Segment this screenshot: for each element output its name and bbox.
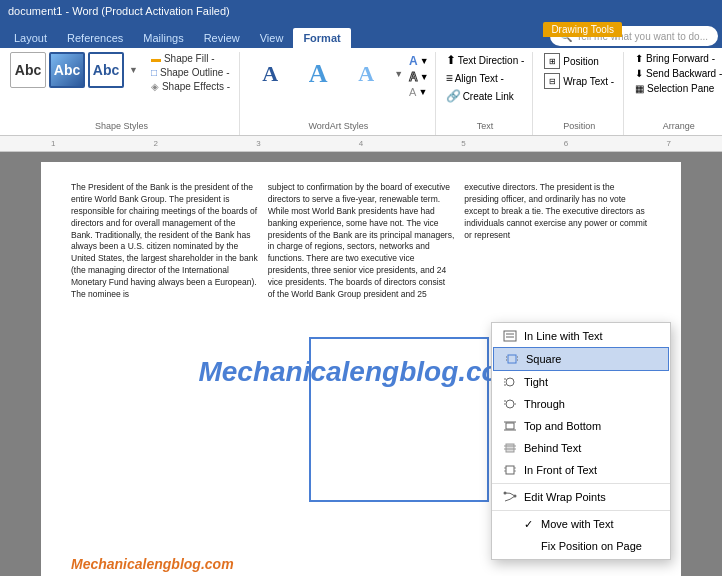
svg-rect-19 (506, 444, 514, 452)
svg-rect-0 (504, 331, 516, 341)
wrap-text-context-menu: In Line with Text Square Tight Through (491, 322, 671, 560)
wordart-btn-1[interactable]: A (248, 52, 292, 96)
wordart-more[interactable]: ▼ (392, 67, 405, 81)
tab-view[interactable]: View (250, 28, 294, 48)
tab-references[interactable]: References (57, 28, 133, 48)
ctx-top-bottom[interactable]: Top and Bottom (492, 415, 670, 437)
bring-forward-btn[interactable]: ⬆ Bring Forward - (632, 52, 722, 65)
tab-mailings[interactable]: Mailings (133, 28, 193, 48)
through-wrap-icon (502, 397, 518, 411)
ctx-edit-wrap[interactable]: Edit Wrap Points (492, 486, 670, 508)
svg-rect-16 (506, 423, 514, 429)
title-bar: document1 - Word (Product Activation Fai… (0, 0, 722, 22)
shape-style-btn-1[interactable]: Abc (10, 52, 46, 88)
group-shape-styles: Abc Abc Abc ▼ ▬ Shape Fill - □ Shape Out… (4, 52, 240, 135)
tab-review[interactable]: Review (194, 28, 250, 48)
svg-rect-3 (508, 355, 516, 363)
shape-fill-btn[interactable]: ▬ Shape Fill - (148, 52, 233, 65)
shape-outline-btn[interactable]: □ Shape Outline - (148, 66, 233, 79)
group-arrange: ⬆ Bring Forward - ⬇ Send Backward - ▦ Se… (626, 52, 722, 135)
svg-point-12 (506, 400, 514, 408)
group-text: ⬆ Text Direction - ≡ Align Text - 🔗 Crea… (438, 52, 534, 135)
tab-layout[interactable]: Layout (4, 28, 57, 48)
align-text-icon: ≡ (446, 71, 453, 85)
selection-pane-btn[interactable]: ▦ Selection Pane (632, 82, 722, 95)
group-wordart: A A A ▼ A ▼ A ▼ A ▼ WordArt Styl (242, 52, 436, 135)
selection-pane-icon: ▦ (635, 83, 644, 94)
wordart-btn-2[interactable]: A (296, 52, 340, 96)
text-outline-btn[interactable]: A ▼ (409, 70, 429, 84)
ctx-through[interactable]: Through (492, 393, 670, 415)
group-position: ⊞ Position ⊟ Wrap Text - Position (535, 52, 624, 135)
group-text-label: Text (444, 119, 527, 131)
drawing-tools-label: Drawing Tools (543, 22, 622, 37)
text-direction-icon: ⬆ (446, 53, 456, 67)
ctx-separator-2 (492, 510, 670, 511)
wordart-btn-3[interactable]: A (344, 52, 388, 96)
ctx-tight[interactable]: Tight (492, 371, 670, 393)
ctx-separator-1 (492, 483, 670, 484)
shape-style-btn-3[interactable]: Abc (88, 52, 124, 88)
send-backward-btn[interactable]: ⬇ Send Backward - (632, 67, 722, 80)
text-fill-btn[interactable]: A ▼ (409, 54, 429, 68)
text-effects-btn[interactable]: A ▼ (409, 86, 429, 98)
fix-position-icon (502, 539, 518, 553)
behind-text-icon (502, 441, 518, 455)
ctx-inline-text[interactable]: In Line with Text (492, 325, 670, 347)
send-backward-icon: ⬇ (635, 68, 643, 79)
text-direction-btn[interactable]: ⬆ Text Direction - (444, 52, 527, 68)
tab-format[interactable]: Format (293, 28, 350, 48)
wrap-text-btn[interactable]: ⊟ Wrap Text - (541, 72, 617, 90)
align-text-btn[interactable]: ≡ Align Text - (444, 70, 527, 86)
bring-forward-icon: ⬆ (635, 53, 643, 64)
wrap-text-icon: ⊟ (544, 73, 560, 89)
shape-effects-btn[interactable]: ◈ Shape Effects - (148, 80, 233, 93)
svg-point-25 (504, 492, 507, 495)
page: Mechanicalengblog.com Mechanicalengblog.… (41, 162, 681, 576)
group-arrange-label: Arrange (632, 119, 722, 131)
ctx-move-with-text[interactable]: ✓ Move with Text (492, 513, 670, 535)
position-btn[interactable]: ⊞ Position (541, 52, 617, 70)
svg-rect-24 (506, 466, 514, 474)
title-bar-text: document1 - Word (Product Activation Fai… (8, 5, 230, 17)
column-1: The President of the Bank is the preside… (71, 182, 258, 562)
tight-wrap-icon (502, 375, 518, 389)
ribbon: Abc Abc Abc ▼ ▬ Shape Fill - □ Shape Out… (0, 48, 722, 136)
topbottom-wrap-icon (502, 419, 518, 433)
group-position-label: Position (541, 119, 617, 131)
group-wordart-label: WordArt Styles (248, 119, 429, 131)
infront-text-icon (502, 463, 518, 477)
svg-point-8 (506, 378, 514, 386)
ctx-in-front[interactable]: In Front of Text (492, 459, 670, 481)
move-with-text-icon (502, 517, 518, 531)
square-wrap-icon (504, 352, 520, 366)
ctx-square[interactable]: Square (493, 347, 669, 371)
ctx-behind-text[interactable]: Behind Text (492, 437, 670, 459)
ruler: 1234567 (0, 136, 722, 152)
create-link-btn[interactable]: 🔗 Create Link (444, 88, 527, 104)
svg-point-26 (514, 495, 517, 498)
edit-wrap-icon (502, 490, 518, 504)
shape-styles-more[interactable]: ▼ (127, 63, 140, 77)
position-icon: ⊞ (544, 53, 560, 69)
inline-text-icon (502, 329, 518, 343)
group-shape-styles-label: Shape Styles (10, 119, 233, 131)
shape-style-btn-2[interactable]: Abc (49, 52, 85, 88)
column-2: subject to confirmation by the board of … (268, 182, 455, 562)
ctx-fix-position[interactable]: ✓ Fix Position on Page (492, 535, 670, 557)
document-area: Mechanicalengblog.com Mechanicalengblog.… (0, 152, 722, 576)
create-link-icon: 🔗 (446, 89, 461, 103)
